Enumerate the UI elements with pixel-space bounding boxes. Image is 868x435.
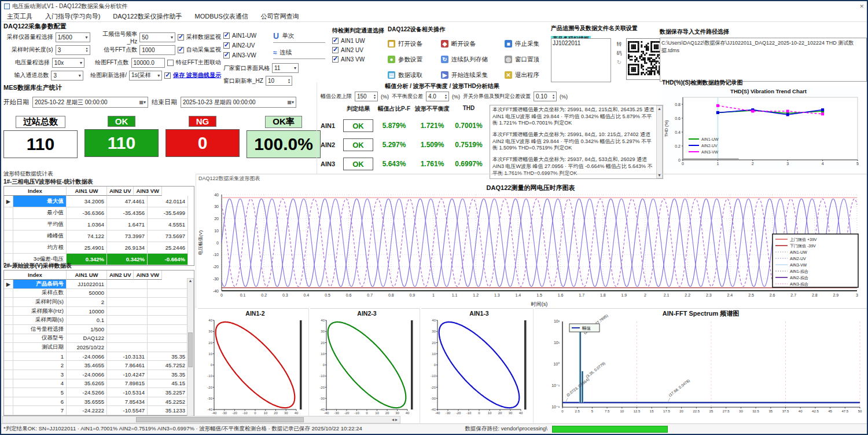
barcode-input[interactable]: JJ1022011 — [551, 38, 611, 82]
close-button[interactable]: ✕ — [859, 3, 864, 9]
cfg-check-row[interactable]: 保存 波形曲线显示 — [164, 71, 221, 79]
svg-text:AIN1-3: AIN1-3 — [469, 310, 488, 317]
raw-table-vscrollbar[interactable]: ▲▼ — [187, 278, 194, 422]
pin-button[interactable]: ◎窗口置顶 — [505, 56, 552, 64]
svg-text:0.6: 0.6 — [346, 293, 352, 297]
cfg-check-row[interactable]: 采样数据监视 — [178, 33, 221, 41]
pin-icon: ◎ — [505, 56, 512, 63]
app-window: 电压振动测试V1 - DAQ122数据采集分析软件 ✕ 主页工具入门指导(学习向… — [0, 0, 868, 435]
table-row[interactable]: 测试日期2025/10/22 — [4, 343, 194, 352]
svg-text:1.7: 1.7 — [579, 293, 584, 297]
svg-text:1: 1 — [432, 293, 435, 297]
barcode-side-button[interactable]: 码 — [617, 50, 622, 57]
table-row[interactable]: 435.62657.8981545.15 — [4, 379, 194, 389]
loop-button[interactable]: ↻连续队列存储 — [441, 56, 505, 64]
judge-checkbox[interactable]: AIN2 UV — [332, 47, 390, 53]
table-row[interactable]: 采样周期(s)0.1 — [4, 316, 194, 325]
table-row[interactable]: 5-24.5266-10.531435.2257 — [4, 388, 194, 397]
usb-button[interactable]: ▦打开设备 — [388, 40, 441, 48]
checkbox-icon — [332, 56, 339, 63]
counter-label: 过站总数 — [16, 116, 65, 128]
menu-item-2[interactable]: DAQ122数采仪操作助手 — [113, 12, 182, 21]
lissajous-chart-ain2-3: AIN2-3-40-40-30-30-20-20-10-100010102020… — [310, 309, 418, 422]
svg-text:0.4: 0.4 — [304, 293, 310, 297]
svg-text:-20: -20 — [344, 411, 350, 415]
style-select[interactable]: 11▾ — [272, 63, 299, 73]
table-row[interactable]: 采样时间(s)2 — [4, 298, 194, 307]
table-row[interactable]: 7-24.2222-10.554735.1233 — [4, 406, 194, 415]
channel-count-select[interactable]: 3▾ — [51, 71, 83, 81]
table-row[interactable]: 采样点数50000 — [4, 289, 194, 298]
checkbox-icon — [223, 42, 230, 49]
analysis-textarea[interactable]: ▲▼ 本次FFT频谱幅值最大点坐标为: 25991, 84点, 215点和, 2… — [490, 105, 663, 179]
svg-text:1.3: 1.3 — [494, 293, 500, 297]
start-date-picker[interactable]: 2025-10-22 星期三 00:00:00▦▾ — [32, 97, 148, 108]
tolerance-stepper[interactable]: 4.0▴▾ — [426, 92, 449, 101]
table-row[interactable]: 峰峰值74.12273.399773.5697 — [4, 231, 194, 242]
svg-text:10: 10 — [263, 411, 267, 415]
barcode-side-button[interactable]: 转 — [617, 41, 622, 48]
cfg-check-row[interactable]: 特征FFT主图联动 — [167, 59, 221, 67]
cfg-check-row[interactable]: 自动采集监视 — [178, 46, 221, 54]
judge-checkbox[interactable]: AIN3 VW — [332, 56, 390, 63]
save-path-field[interactable]: C:\Users\DAQ122\数据保存\JJ1022011_DAQ122_20… — [660, 38, 867, 82]
plot-fft-points-field[interactable]: 10000.0 — [131, 58, 165, 68]
hscroll-right-arrow[interactable]: ▸ — [395, 417, 398, 422]
svg-text:30: 30 — [284, 411, 288, 415]
fft-points-field[interactable]: 1000 — [139, 45, 175, 55]
progress-bar — [552, 426, 668, 433]
svg-text:-10: -10 — [207, 374, 212, 378]
table-row[interactable]: 信号量程选择1/500 — [4, 325, 194, 334]
svg-text:-20: -20 — [213, 265, 219, 269]
daq-config-panel: DAQ122采集参数配置 采样仪器量程选择 1/500▾ 工频信号频率_Hz 5… — [3, 22, 221, 82]
range-select[interactable]: 1/500▾ — [56, 32, 90, 42]
lissajous-panel-2: AIN2-3-40-40-30-30-20-20-10-100010102020… — [310, 308, 420, 423]
line-freq-select[interactable]: 50▾ — [139, 32, 175, 42]
stop-button[interactable]: ■停止采集 — [505, 40, 552, 48]
bottom-hscrollbar[interactable]: ◂ ▸ — [2, 416, 400, 423]
svg-text:10⁻¹: 10⁻¹ — [551, 383, 560, 388]
table-row[interactable]: ▶产品条码号JJ1022011 — [4, 280, 194, 289]
thd-col-header: 波形不平衡度 — [413, 105, 451, 113]
table-row[interactable]: 平均值1.03641.64714.5551 — [4, 219, 194, 231]
menu-item-0[interactable]: 主页工具 — [7, 12, 32, 21]
single-acquire-button[interactable]: U 单次 — [273, 31, 325, 43]
tolerance-stepper[interactable]: 0.10▴▾ — [534, 92, 557, 101]
refresh-select[interactable]: 1s(采样▾ — [129, 71, 162, 81]
table-row[interactable]: 635.65557.8543445.2252 — [4, 397, 194, 407]
hscroll-left-arrow[interactable]: ◂ — [392, 417, 394, 422]
thd-trend-panel: THD(%)(S)检测数据趋势记录图 THD(S) Vibration Tren… — [662, 79, 867, 171]
svg-text:DAQ122测量的网电压时序图表: DAQ122测量的网电压时序图表 — [487, 184, 576, 191]
table-row[interactable]: 均方根25.490126.913425.2446 — [4, 242, 194, 254]
exit-button[interactable]: ✕退出程序 — [505, 71, 552, 79]
database-button[interactable]: ▤数据读取 — [388, 71, 441, 79]
stats-table[interactable]: IndexAIN1 UWAIN2 UVAIN3 VW▶最大值34.200547.… — [3, 186, 194, 266]
tolerance-stepper[interactable]: 150▴▾ — [355, 92, 378, 101]
svg-text:17.5: 17.5 — [663, 410, 670, 413]
raw-table[interactable]: IndexAIN1 UWAIN2 UVAIN3 VW▶产品条码号JJ102201… — [3, 270, 194, 416]
menu-item-3[interactable]: MODBUS仪表通信 — [195, 12, 248, 21]
table-row[interactable]: 仪器型号DAQ122 — [4, 334, 194, 343]
unlink-button[interactable]: ◆断开设备 — [441, 40, 505, 48]
table-row[interactable]: 3-24.0066-10.424735.35 — [4, 370, 194, 379]
table-row[interactable]: 最小值-36.6366-35.4356-35.5499 — [4, 207, 194, 219]
table-row[interactable]: 1-24.0066-10.313135.35 — [4, 352, 194, 361]
menu-item-1[interactable]: 入门指导(学习向导) — [45, 12, 100, 21]
gear-button[interactable]: ●参数设置 — [388, 56, 441, 64]
judge-checkbox[interactable]: AIN1 UW — [332, 38, 390, 44]
end-date-picker[interactable]: 2025-10-23 星期四 00:00:00▦▾ — [181, 97, 296, 108]
table-row[interactable]: ▶最大值34.200547.446142.0114 — [4, 196, 194, 207]
sample-time-stepper[interactable]: 3▴▾ — [56, 45, 90, 55]
svg-text:45: 45 — [828, 410, 832, 413]
svg-text:10: 10 — [214, 229, 219, 233]
svg-text:20: 20 — [498, 411, 502, 415]
play-button[interactable]: ▶开始连续采集 — [441, 71, 505, 79]
voltage-range-select[interactable]: 10x▾ — [52, 58, 84, 68]
analysis-scrollbar[interactable]: ▲▼ — [656, 105, 663, 178]
table-row[interactable]: 采样频率(Hz)10000 — [4, 307, 194, 316]
menu-item-4[interactable]: 公司官网查询 — [261, 12, 299, 21]
continuous-acquire-button[interactable]: ≈ 连续 — [273, 49, 325, 59]
menu-bar: 主页工具入门指导(学习向导)DAQ122数采仪操作助手MODBUS仪表通信公司官… — [1, 11, 867, 22]
table-row[interactable]: 235.46557.8646145.7252 — [4, 361, 194, 370]
barcode-refresh-icon[interactable]: ↻ — [617, 59, 621, 65]
